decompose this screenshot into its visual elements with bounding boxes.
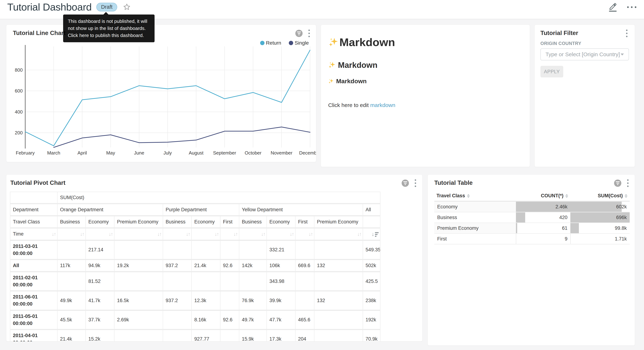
- pivot-row-label: 2011-04-01 00:00:00: [10, 330, 57, 342]
- pivot-row-total: 238k: [363, 291, 380, 310]
- y-axis-tick: 600: [15, 88, 23, 94]
- y-axis-tick: 800: [15, 67, 23, 73]
- sort-icon[interactable]: ↓↑: [186, 230, 190, 238]
- filter-indicator-icon[interactable]: [614, 180, 621, 187]
- pivot-row-label: 2011-05-01 00:00:00: [10, 310, 57, 330]
- pivot-cell: [295, 291, 314, 310]
- sort-icon[interactable]: ↓↑: [214, 230, 218, 238]
- pivot-class-header: Premium Economy: [114, 216, 163, 228]
- pivot-chart-title: Tutorial Pivot Chart: [10, 179, 66, 186]
- ellipsis-icon[interactable]: [627, 3, 636, 12]
- column-header-travel-class[interactable]: Travel Class: [434, 190, 516, 201]
- select-placeholder: Type or Select [Origin Country]: [546, 51, 620, 58]
- pivot-cell: [314, 272, 363, 291]
- pivot-class-header: First: [220, 216, 239, 228]
- pivot-sort-cell: ↓↑: [114, 228, 163, 240]
- sum-cost-cell: 602k: [570, 201, 630, 212]
- kebab-menu-icon[interactable]: [625, 29, 628, 38]
- draft-badge[interactable]: Draft: [96, 3, 117, 12]
- pivot-department-label: Department: [10, 204, 57, 216]
- pivot-class-header: Economy: [86, 216, 114, 228]
- pivot-department-header: Purple Department: [163, 204, 239, 216]
- column-header-label: SUM(Cost): [598, 193, 623, 198]
- pivot-cell: 16.5k: [114, 291, 163, 310]
- sort-icon[interactable]: ↓↑: [80, 230, 84, 238]
- series-line-single[interactable]: [54, 127, 310, 147]
- filter-indicator-icon[interactable]: [402, 180, 409, 187]
- pivot-cell: [163, 330, 192, 342]
- pivot-sort-cell: ↓↑: [267, 228, 295, 240]
- sort-icon[interactable]: [467, 194, 470, 198]
- pivot-cell: 132: [314, 291, 363, 310]
- pivot-class-header: Business: [163, 216, 192, 228]
- sort-icon[interactable]: [565, 194, 568, 198]
- sort-icon[interactable]: ↓↑: [52, 230, 56, 238]
- sort-descending-icon[interactable]: ↓: [372, 232, 378, 237]
- origin-country-select[interactable]: Type or Select [Origin Country]: [540, 48, 629, 60]
- pivot-cell: [239, 272, 267, 291]
- filter-card: Tutorial Filter ORIGIN COUNTRY Type or S…: [534, 25, 635, 167]
- legend-dot: [289, 41, 293, 45]
- sort-icon[interactable]: ↓↑: [308, 230, 312, 238]
- pivot-cell: 8.16k: [192, 310, 220, 330]
- x-axis-label: November: [271, 150, 292, 156]
- legend-item-return[interactable]: Return: [260, 40, 281, 46]
- pivot-cell: 39.9k: [267, 291, 295, 310]
- table-row: Economy2.46k602k: [434, 201, 630, 212]
- column-header-sum-cost[interactable]: SUM(Cost): [570, 190, 630, 201]
- kebab-menu-icon[interactable]: [414, 179, 417, 188]
- column-header-label: COUNT(*): [541, 193, 564, 198]
- pivot-row-total: 425.5: [363, 272, 380, 291]
- pivot-cell: 927.77: [192, 330, 220, 342]
- pivot-cell: [295, 272, 314, 291]
- pivot-row: 2011-03-01 00:00:00217.14332.21549.35: [10, 240, 380, 260]
- pivot-cell: 142k: [239, 260, 267, 272]
- pivot-cell: 332.21: [267, 240, 295, 260]
- markdown-edit-link[interactable]: markdown: [370, 102, 395, 108]
- pivot-cell: [192, 240, 220, 260]
- pivot-time-label: Time↓↑: [10, 228, 57, 240]
- sum-cost-cell: 99.8k: [570, 223, 630, 234]
- pivot-row: All117k94.9k19.2k937.221.4k92.6142k106k6…: [10, 260, 380, 272]
- sort-icon[interactable]: ↓↑: [261, 230, 265, 238]
- sparkles-icon: [328, 61, 336, 69]
- apply-button[interactable]: APPLY: [540, 66, 563, 78]
- star-icon[interactable]: [123, 3, 131, 11]
- pivot-class-header: Business: [57, 216, 86, 228]
- pivot-row-label: 2011-02-01 00:00:00: [10, 272, 57, 291]
- y-axis-tick: 200: [15, 130, 23, 136]
- pivot-class-header: [363, 216, 380, 228]
- pivot-cell: 132: [314, 260, 363, 272]
- pivot-sort-cell: ↓↑: [220, 228, 239, 240]
- kebab-menu-icon[interactable]: [626, 179, 630, 188]
- pivot-cell: 81.52: [86, 272, 114, 291]
- pivot-cell: [314, 310, 363, 330]
- pivot-sort-cell: ↓↑: [57, 228, 86, 240]
- pivot-row-total: 502k: [363, 260, 380, 272]
- pivot-chart-card: Tutorial Pivot Chart SUM(Cost)Department…: [6, 174, 422, 342]
- pivot-cell: 47.7k: [267, 310, 295, 330]
- sort-icon[interactable]: ↓↑: [357, 230, 361, 238]
- travel-class-cell: Premium Economy: [434, 223, 516, 234]
- x-axis-label: September: [213, 150, 236, 156]
- pivot-cell: [220, 330, 239, 342]
- sort-icon[interactable]: [624, 194, 628, 198]
- pivot-cell: 669.6: [295, 260, 314, 272]
- pivot-cell: 17.3k: [267, 330, 295, 342]
- sort-icon[interactable]: ↓↑: [290, 230, 294, 238]
- legend-item-single[interactable]: Single: [289, 40, 309, 46]
- sort-icon[interactable]: ↓↑: [157, 230, 161, 238]
- column-header-count[interactable]: COUNT(*): [516, 190, 570, 201]
- pivot-cell: [220, 240, 239, 260]
- count-cell: 9: [516, 234, 570, 244]
- pivot-cell: 12.3k: [192, 291, 220, 310]
- sort-icon[interactable]: ↓↑: [109, 230, 113, 238]
- edit-pencil-icon[interactable]: [609, 2, 617, 12]
- pivot-cell: 41.7k: [86, 291, 114, 310]
- filter-field-label: ORIGIN COUNTRY: [540, 41, 582, 46]
- x-axis-label: April: [78, 150, 87, 156]
- sort-icon[interactable]: ↓↑: [234, 230, 238, 238]
- pivot-cell: 92.6: [220, 260, 239, 272]
- pivot-cell: 45.5k: [57, 310, 86, 330]
- pivot-class-header: Economy: [267, 216, 295, 228]
